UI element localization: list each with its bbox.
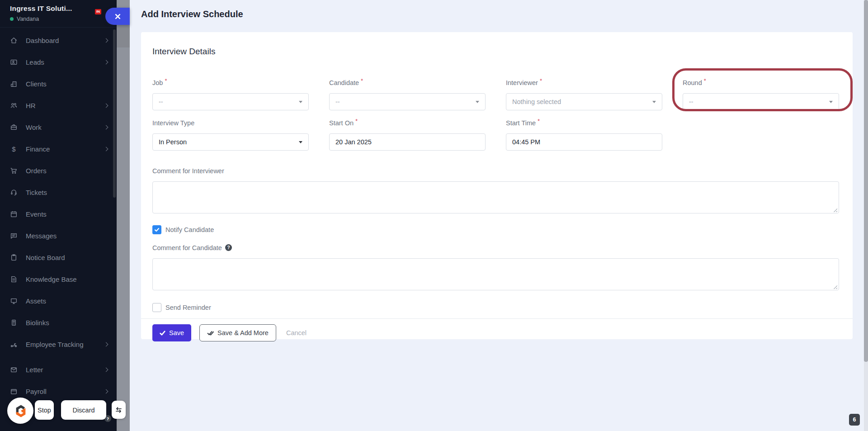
badge-icon [10, 319, 18, 327]
chevron-down-icon [829, 101, 833, 103]
sidebar-item-label: Tickets [26, 189, 47, 196]
page-title: Add Interview Schedule [141, 9, 243, 19]
sidebar-collapse-button[interactable] [105, 8, 130, 25]
sidebar-item-label: Knowledge Base [26, 275, 77, 283]
envelope-icon [10, 366, 18, 374]
start-time-field: Start Time* [506, 119, 662, 151]
close-icon [115, 14, 121, 19]
main-scrollbar-track [864, 0, 868, 431]
job-field: Job* -- [152, 79, 309, 110]
chevron-down-icon [652, 101, 656, 103]
swap-arrows-icon [115, 407, 123, 413]
cancel-button[interactable]: Cancel [284, 324, 308, 341]
workspace-switcher[interactable]: Ingress IT Soluti... Vandana IN [0, 0, 117, 28]
round-select-value: -- [689, 98, 693, 105]
swap-panel-button[interactable] [112, 401, 126, 419]
form-divider [141, 318, 853, 319]
chevron-right-icon [104, 389, 108, 393]
required-marker: * [361, 77, 363, 84]
sidebar-item-label: Clients [26, 80, 47, 88]
workspace-name: Ingress IT Soluti... [10, 5, 108, 13]
building-icon [10, 80, 18, 88]
notify-candidate-checkbox[interactable] [152, 225, 161, 234]
candidate-select-value: -- [335, 98, 340, 105]
sidebar-gutter-scrollbar [117, 0, 130, 431]
document-icon [10, 275, 18, 283]
sidebar-item-clients[interactable]: Clients [0, 73, 117, 95]
save-button[interactable]: Save [152, 324, 191, 341]
candidate-label: Candidate [329, 79, 359, 86]
comment-interviewer-textarea[interactable] [152, 181, 839, 213]
send-reminder-row: Send Reminder [152, 303, 839, 312]
chat-icon [10, 232, 18, 240]
sidebar-item-letter[interactable]: Letter [0, 359, 117, 380]
sidebar-item-tickets[interactable]: Tickets [0, 181, 117, 203]
sidebar-item-label: Orders [26, 167, 47, 175]
interview-details-card: Interview Details Job* -- Candidate* -- [141, 32, 853, 339]
job-select[interactable]: -- [152, 93, 309, 110]
form-actions: Save Save & Add More Cancel [152, 324, 839, 341]
main-scrollbar-thumb[interactable] [864, 0, 868, 362]
sidebar-item-messages[interactable]: Messages [0, 225, 117, 246]
home-icon [10, 37, 18, 44]
interview-type-label: Interview Type [152, 119, 194, 127]
round-field: Round* -- [683, 79, 839, 110]
sidebar-item-label: Biolinks [26, 319, 49, 327]
start-on-input[interactable] [329, 133, 486, 151]
required-marker: * [538, 118, 540, 124]
help-icon[interactable]: ? [225, 244, 232, 251]
sidebar-item-assets[interactable]: Assets [0, 290, 117, 312]
chevron-down-icon [299, 141, 302, 143]
sidebar: Ingress IT Soluti... Vandana IN Dashboar… [0, 0, 117, 431]
job-label: Job [152, 79, 163, 86]
comment-candidate-textarea[interactable] [152, 258, 839, 290]
round-select[interactable]: -- [683, 93, 839, 110]
required-marker: * [540, 77, 542, 84]
candidate-select[interactable]: -- [329, 93, 486, 110]
sidebar-item-dashboard[interactable]: Dashboard [0, 29, 117, 51]
send-reminder-checkbox[interactable] [152, 303, 161, 312]
online-status-dot [10, 17, 14, 21]
comment-candidate-wrap [152, 258, 839, 292]
sidebar-item-label: Assets [26, 297, 46, 305]
headset-icon [10, 189, 18, 196]
interviewer-select[interactable]: Nothing selected [506, 93, 662, 110]
sidebar-item-leads[interactable]: Leads [0, 51, 117, 73]
sidebar-item-label: Leads [26, 58, 44, 66]
interviewer-label: Interviewer [506, 79, 538, 86]
sidebar-item-employee-tracking[interactable]: Employee Tracking [0, 333, 117, 355]
sidebar-item-label: Dashboard [26, 37, 59, 44]
interviewer-field: Interviewer* Nothing selected [506, 79, 662, 110]
sidebar-item-label: Letter [26, 366, 43, 374]
chevron-right-icon [104, 60, 108, 64]
sidebar-item-label: Messages [26, 232, 57, 240]
app-logo-button[interactable] [7, 398, 33, 424]
candidate-field: Candidate* -- [329, 79, 486, 110]
sidebar-item-hr[interactable]: HR [0, 95, 117, 116]
clipboard-icon [10, 254, 18, 261]
save-add-more-button[interactable]: Save & Add More [199, 324, 276, 341]
id-card-icon [10, 58, 18, 66]
discard-button[interactable]: Discard [61, 400, 106, 420]
check-icon [160, 330, 165, 336]
sidebar-item-work[interactable]: Work [0, 116, 117, 138]
chevron-right-icon [104, 147, 108, 151]
sidebar-item-label: Work [26, 123, 42, 131]
check-icon [154, 227, 160, 232]
chevron-down-icon [476, 101, 479, 103]
sidebar-item-orders[interactable]: Orders [0, 160, 117, 181]
sidebar-item-knowledge-base[interactable]: Knowledge Base [0, 268, 117, 290]
sidebar-item-events[interactable]: Events [0, 203, 117, 225]
interview-type-select[interactable]: In Person [152, 133, 309, 151]
chevron-right-icon [104, 367, 108, 372]
sidebar-item-notice-board[interactable]: Notice Board [0, 246, 117, 268]
sidebar-item-biolinks[interactable]: Biolinks [0, 312, 117, 333]
start-time-input[interactable] [506, 133, 662, 151]
interview-type-field: Interview Type In Person [152, 119, 309, 151]
discard-button-label: Discard [72, 407, 94, 414]
sidebar-scrollbar-thumb[interactable] [113, 29, 116, 198]
notification-badge: IN [95, 9, 101, 14]
sidebar-item-finance[interactable]: $ Finance [0, 138, 117, 160]
calendar-icon [10, 210, 18, 218]
stop-button[interactable]: Stop [35, 400, 54, 420]
